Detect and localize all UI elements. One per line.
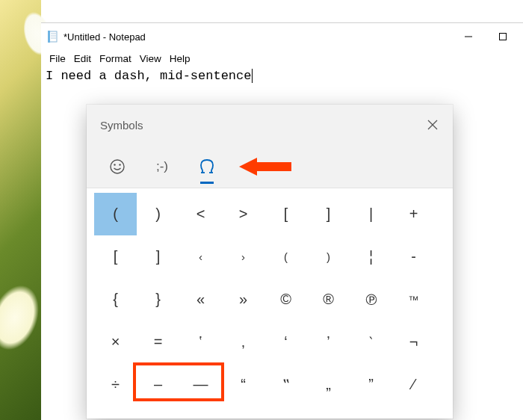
symbol-cell[interactable]: ™	[392, 278, 435, 321]
symbol-cell[interactable]: ]	[137, 235, 179, 278]
symbol-cell[interactable]: ‘	[264, 321, 307, 363]
symbol-cell[interactable]: ÷	[94, 363, 137, 406]
symbol-cell[interactable]: =	[137, 321, 179, 363]
symbol-cell[interactable]: >	[222, 193, 264, 235]
symbol-cell[interactable]: ‛	[179, 321, 222, 363]
symbol-cell[interactable]: «	[179, 278, 222, 321]
minimize-button[interactable]	[451, 25, 486, 49]
symbol-cell[interactable]: )	[137, 193, 179, 235]
svg-point-9	[111, 160, 124, 173]
symbol-cell[interactable]: „	[307, 363, 350, 406]
window-title: *Untitled - Notepad	[64, 31, 146, 43]
svg-point-11	[119, 164, 120, 165]
symbol-cell[interactable]: ¦	[350, 235, 392, 278]
menu-file[interactable]: File	[46, 53, 69, 64]
symbol-cell[interactable]: ©	[264, 278, 307, 321]
symbol-cell[interactable]: ‹	[179, 235, 222, 278]
symbol-cell[interactable]: ]	[307, 193, 350, 235]
symbol-cell-em-dash[interactable]: —	[179, 363, 222, 406]
symbol-cell[interactable]: »	[222, 278, 264, 321]
text-editor[interactable]: I need a dash, mid-sentence	[41, 67, 523, 86]
menu-edit[interactable]: Edit	[70, 53, 95, 64]
svg-rect-1	[48, 31, 50, 43]
panel-tabs: ;-)	[87, 145, 453, 188]
tab-emoji[interactable]	[105, 150, 130, 183]
menu-format[interactable]: Format	[96, 53, 135, 64]
symbol-grid-container: ( ) < > [ ] | + [ ] ‹ › ( ) ¦ - { } « » …	[87, 188, 453, 419]
symbol-cell[interactable]: [	[264, 193, 307, 235]
menu-help[interactable]: Help	[166, 53, 194, 64]
symbol-cell[interactable]: [	[94, 235, 137, 278]
symbol-cell[interactable]: -	[392, 235, 435, 278]
symbol-cell[interactable]: ›	[222, 235, 264, 278]
symbol-cell[interactable]: ’	[307, 321, 350, 363]
symbol-cell[interactable]: ”	[350, 363, 392, 406]
symbol-grid: ( ) < > [ ] | + [ ] ‹ › ( ) ¦ - { } « » …	[94, 193, 445, 406]
symbol-cell[interactable]: “	[222, 363, 264, 406]
symbol-cell-en-dash[interactable]: –	[137, 363, 179, 406]
symbol-cell[interactable]: +	[392, 193, 435, 235]
symbol-cell[interactable]: <	[179, 193, 222, 235]
symbol-cell[interactable]: ‵	[350, 321, 392, 363]
svg-marker-14	[239, 158, 291, 176]
symbol-cell[interactable]: )	[307, 235, 350, 278]
text-caret	[252, 69, 253, 83]
editor-text: I need a dash, mid-sentence	[46, 69, 251, 83]
symbol-cell[interactable]: {	[94, 278, 137, 321]
panel-title: Symbols	[100, 119, 143, 132]
svg-point-10	[114, 164, 115, 165]
symbol-cell[interactable]: (	[264, 235, 307, 278]
symbol-cell[interactable]: ‟	[264, 363, 307, 406]
tab-kaomoji[interactable]: ;-)	[149, 150, 175, 183]
symbol-cell[interactable]: ®	[307, 278, 350, 321]
symbol-cell[interactable]: ⁄	[392, 363, 435, 406]
symbol-cell[interactable]: ‚	[222, 321, 264, 363]
symbol-cell[interactable]: }	[137, 278, 179, 321]
emoji-symbols-panel: Symbols ;-) ( ) < > [ ] | + [ ]	[87, 105, 453, 419]
svg-rect-6	[500, 34, 507, 40]
symbol-cell[interactable]: ¬	[392, 321, 435, 363]
panel-header: Symbols	[87, 105, 453, 145]
close-button[interactable]	[421, 114, 444, 136]
annotation-arrow	[239, 155, 291, 178]
menu-view[interactable]: View	[136, 53, 165, 64]
symbol-cell[interactable]: |	[350, 193, 392, 235]
symbol-cell[interactable]: ℗	[350, 278, 392, 321]
symbol-cell[interactable]: ×	[94, 321, 137, 363]
tab-symbols[interactable]	[194, 150, 220, 183]
notepad-icon	[47, 31, 59, 43]
menubar: File Edit Format View Help	[41, 50, 523, 67]
symbol-cell[interactable]: (	[94, 193, 137, 235]
desktop-wallpaper	[0, 0, 41, 420]
maximize-button[interactable]	[486, 25, 520, 49]
titlebar[interactable]: *Untitled - Notepad	[41, 23, 523, 50]
